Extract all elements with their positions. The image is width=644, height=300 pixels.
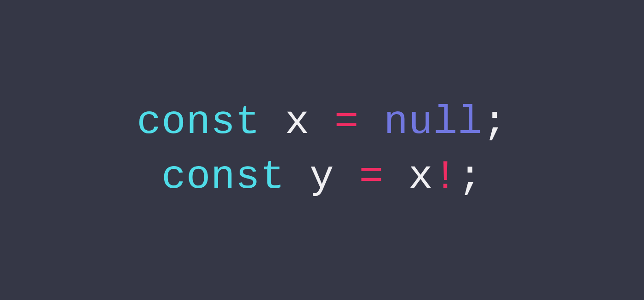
operator-equals: = bbox=[359, 154, 384, 200]
semicolon: ; bbox=[483, 99, 507, 145]
identifier-y: y bbox=[310, 154, 334, 200]
identifier-x-ref: x bbox=[408, 154, 433, 200]
identifier-x: x bbox=[285, 99, 310, 145]
keyword-const: const bbox=[161, 154, 285, 200]
space bbox=[359, 99, 384, 145]
operator-equals: = bbox=[334, 99, 359, 145]
space bbox=[285, 154, 310, 200]
code-line-2: const y = x!; bbox=[137, 150, 507, 205]
keyword-null: null bbox=[384, 99, 483, 145]
code-snippet: const x = null; const y = x!; bbox=[137, 95, 507, 205]
semicolon: ; bbox=[458, 154, 483, 200]
space bbox=[310, 99, 334, 145]
space bbox=[260, 99, 285, 145]
keyword-const: const bbox=[137, 99, 260, 145]
code-line-1: const x = null; bbox=[137, 95, 507, 150]
non-null-assertion: ! bbox=[433, 154, 458, 200]
space bbox=[384, 154, 408, 200]
space bbox=[334, 154, 359, 200]
